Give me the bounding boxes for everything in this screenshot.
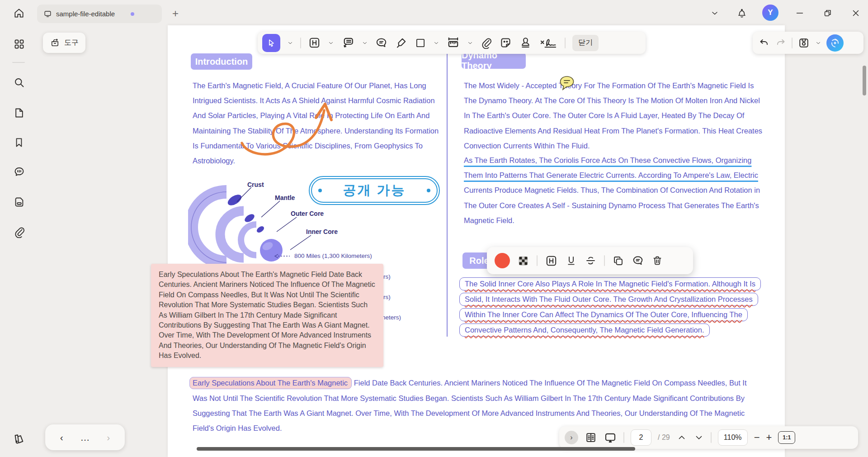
ai-assistant-button[interactable] <box>826 34 844 52</box>
attachment-tool-button[interactable] <box>480 37 492 49</box>
sticky-comment-icon[interactable] <box>558 75 576 91</box>
notifications-button[interactable] <box>734 6 750 20</box>
zoom-in-button[interactable]: + <box>766 432 772 443</box>
heading-dynamo-theory: Dynamo Theory <box>462 52 526 69</box>
sidebar-item-search[interactable] <box>12 75 26 90</box>
stamp-dot-left <box>318 189 322 192</box>
chevron-down-icon[interactable] <box>287 40 293 46</box>
measure-tool-button[interactable] <box>446 36 460 50</box>
tab-list-button[interactable] <box>707 6 722 20</box>
minimize-button[interactable] <box>792 6 807 20</box>
select-tool-button[interactable] <box>262 34 280 52</box>
squiggle-annotation-line[interactable]: Within The Inner Core Can Affect The Dyn… <box>459 308 748 321</box>
sidebar-item-thumbnails[interactable] <box>12 37 26 51</box>
chevron-down-icon <box>710 9 719 18</box>
two-page-view-button[interactable] <box>585 431 597 444</box>
save-button[interactable] <box>797 37 810 49</box>
expand-statusbar-button[interactable]: › <box>565 431 578 444</box>
toolbar-divider <box>792 38 793 48</box>
sidebar-item-themes[interactable] <box>12 431 26 446</box>
sidebar-item-comments[interactable] <box>12 164 26 179</box>
callout-tool-button[interactable] <box>341 36 355 50</box>
tools-button[interactable]: 도구 <box>43 33 85 53</box>
bell-icon <box>736 8 747 19</box>
left-sidebar <box>0 25 37 457</box>
approval-stamp[interactable]: 공개 가능 <box>309 176 440 205</box>
pink-highlight-annotation[interactable]: Early Speculations About The Earth's Mag… <box>189 377 352 389</box>
squiggle-annotation-line[interactable]: Solid, It Interacts With The Fluid Outer… <box>459 293 758 306</box>
comment-tool-button[interactable] <box>375 36 388 49</box>
sticker-tool-button[interactable] <box>499 36 512 49</box>
heading-text: Introduction <box>195 57 248 67</box>
new-tab-button[interactable]: + <box>168 6 183 21</box>
intro-line: Astrobiology. <box>193 157 235 165</box>
highlight-tool-button[interactable] <box>308 36 321 49</box>
cursor-icon <box>266 38 276 48</box>
close-tools-button[interactable]: 닫기 <box>572 35 599 51</box>
signature-tool-button[interactable] <box>539 36 558 50</box>
chevron-down-icon[interactable] <box>467 40 473 46</box>
sidebar-item-attachments[interactable] <box>12 224 26 239</box>
home-button[interactable] <box>10 5 28 21</box>
presentation-mode-button[interactable] <box>604 431 617 444</box>
statusbar-divider <box>711 432 712 443</box>
color-swatch-button[interactable] <box>495 253 510 268</box>
chevron-down-icon[interactable] <box>328 40 334 46</box>
avatar[interactable]: Y <box>762 5 778 21</box>
chevron-down-icon[interactable] <box>433 40 439 46</box>
nav-more-button[interactable]: … <box>80 432 90 443</box>
underlined-line[interactable]: Them Into Patterns That Generate Electri… <box>464 171 758 180</box>
underline-button[interactable] <box>565 255 577 267</box>
highlighter-pen-tool-button[interactable] <box>395 36 408 49</box>
unsaved-dot <box>131 12 134 16</box>
bottom-line: Field's Origin Has Evolved. <box>193 424 282 433</box>
squiggle-annotation-line[interactable]: The Solid Inner Core Also Plays A Role I… <box>459 277 761 290</box>
stamp-tool-button[interactable] <box>519 36 532 49</box>
dynamo-line: The Most Widely - Accepted Theory For Th… <box>464 81 754 90</box>
zoom-level-input[interactable]: 110% <box>718 429 748 446</box>
document-tab-icon <box>43 10 52 18</box>
nav-back-button[interactable]: ‹ <box>60 432 63 443</box>
toolbar-divider <box>565 38 566 48</box>
zoom-out-button[interactable]: − <box>754 432 760 443</box>
label-fragment: neters) <box>382 314 401 321</box>
squiggle-annotation-line[interactable]: Convective Patterns And, Consequently, T… <box>459 324 710 337</box>
comment-button[interactable] <box>632 254 644 267</box>
strikethrough-button[interactable] <box>585 255 597 267</box>
sidebar-item-pages[interactable] <box>12 105 26 120</box>
redo-button[interactable] <box>775 37 787 49</box>
dynamo-line: Convection Currents Within The Fluid. <box>464 142 590 150</box>
page-number-input[interactable]: 2 <box>631 429 651 446</box>
copy-button[interactable] <box>612 255 624 267</box>
nav-forward-button[interactable]: › <box>107 432 110 443</box>
previous-page-button[interactable] <box>676 432 687 443</box>
delete-button[interactable] <box>651 255 663 267</box>
undo-button[interactable] <box>758 37 770 49</box>
opacity-checker-button[interactable] <box>517 255 529 267</box>
vertical-scrollbar[interactable] <box>863 66 866 95</box>
actual-size-button[interactable]: 1:1 <box>778 431 795 444</box>
horizontal-scrollbar[interactable] <box>197 447 635 451</box>
restore-button[interactable] <box>820 6 835 20</box>
diagram-label-inner-core: Inner Core <box>306 228 338 235</box>
diagram-label-mantle: Mantle <box>275 194 295 201</box>
heading-text: Role <box>469 256 489 266</box>
statusbar-divider <box>623 432 624 443</box>
highlight-button[interactable] <box>545 254 558 267</box>
chevron-down-icon[interactable] <box>362 40 368 46</box>
underlined-line[interactable]: As The Earth Rotates, The Coriolis Force… <box>464 156 751 165</box>
document-page: Introduction The Earth's Magnetic Field,… <box>168 25 785 457</box>
page-history-nav: ‹ … › <box>45 424 125 450</box>
history-toolbar <box>753 32 863 54</box>
column-divider <box>447 52 448 337</box>
shape-tool-button[interactable] <box>415 37 426 49</box>
diagram-label-outer-core: Outer Core <box>291 210 324 217</box>
toolbar-divider <box>300 38 301 48</box>
document-tab[interactable]: sample-file-editable <box>37 5 162 23</box>
sidebar-item-bookmarks[interactable] <box>12 135 26 150</box>
close-window-button[interactable] <box>848 6 863 20</box>
chevron-down-icon[interactable] <box>815 40 821 46</box>
orange-arrow-annotation[interactable] <box>236 76 342 157</box>
sidebar-item-fields[interactable] <box>12 195 26 209</box>
next-page-button[interactable] <box>693 432 704 443</box>
